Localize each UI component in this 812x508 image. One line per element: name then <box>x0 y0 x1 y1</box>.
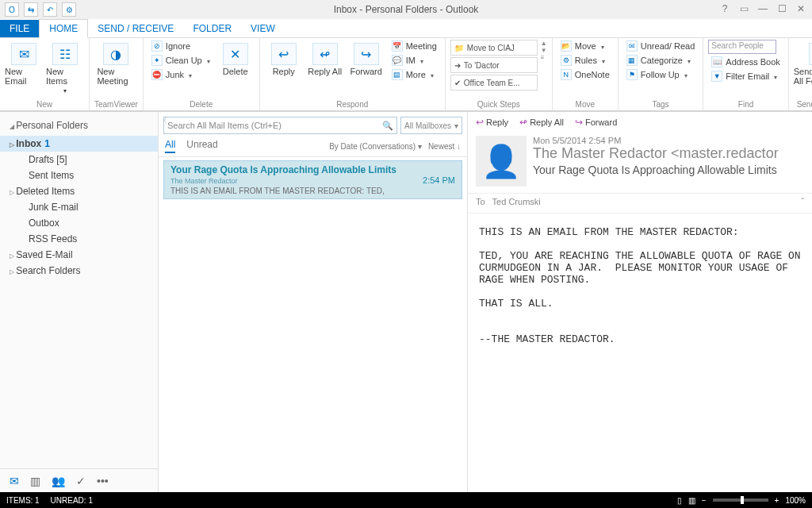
junk-button[interactable]: ⛔Junk <box>148 68 213 81</box>
qat-send-receive-icon[interactable]: ⇆ <box>24 2 38 17</box>
address-book-button[interactable]: 📖Address Book <box>708 56 783 68</box>
send-receive-all-button[interactable]: ⇆Send/Receive All Folders <box>794 40 812 86</box>
meeting-button[interactable]: 📅Meeting <box>389 40 440 52</box>
close-icon[interactable]: ✕ <box>793 2 809 16</box>
collapse-nav-icon[interactable]: 〈 <box>159 115 167 126</box>
quick-steps-up[interactable]: ▲ <box>541 40 547 47</box>
folder-junk[interactable]: Junk E-mail <box>0 199 158 215</box>
tab-home[interactable]: HOME <box>39 19 88 38</box>
qat-undo-icon[interactable]: ↶ <box>43 2 57 17</box>
nav-people-icon[interactable]: 👥 <box>52 475 65 487</box>
nav-tasks-icon[interactable]: ✓ <box>76 475 86 487</box>
new-email-icon: ✉ <box>11 43 36 65</box>
filter-all[interactable]: All <box>165 139 175 153</box>
cleanup-icon: ✦ <box>151 55 163 66</box>
window-title: Inbox - Personal Folders - Outlook <box>334 4 479 15</box>
forward-button[interactable]: ↪Forward <box>347 40 385 76</box>
folder-pane: 〈 Personal Folders Inbox1 Drafts [5] Sen… <box>0 112 159 492</box>
quick-steps-expand[interactable]: ≡ <box>541 54 547 61</box>
new-email-button[interactable]: ✉New Email <box>5 40 43 86</box>
arrow-icon: ➜ <box>454 61 461 70</box>
teamviewer-meeting-button[interactable]: ◑New Meeting <box>97 40 135 86</box>
group-tags-label: Tags <box>623 100 699 110</box>
ribbon-tabs: FILE HOME SEND / RECEIVE FOLDER VIEW <box>0 19 812 38</box>
folder-deleted[interactable]: Deleted Items <box>0 183 158 199</box>
filter-unread[interactable]: Unread <box>186 139 217 153</box>
nav-mail-icon[interactable]: ✉ <box>10 475 19 487</box>
search-scope-dropdown[interactable]: All Mailboxes▾ <box>400 117 462 134</box>
header-date: Mon 5/5/2014 2:54 PM <box>533 136 804 145</box>
zoom-value: 100% <box>785 496 806 505</box>
filter-email-button[interactable]: ▼Filter Email <box>708 70 783 83</box>
quick-step-3[interactable]: ✔Office Team E... <box>450 75 538 90</box>
folder-search[interactable]: Search Folders <box>0 263 158 279</box>
ignore-button[interactable]: ⊘Ignore <box>148 40 213 52</box>
rules-button[interactable]: ⚙Rules <box>557 54 613 67</box>
forward-icon: ↪ <box>354 43 379 65</box>
onenote-button[interactable]: NOneNote <box>557 68 613 81</box>
search-icon[interactable]: 🔍 <box>382 121 393 131</box>
folder-saved[interactable]: Saved E-Mail <box>0 247 158 263</box>
tab-view[interactable]: VIEW <box>241 20 285 37</box>
move-button[interactable]: 📂Move <box>557 40 613 52</box>
to-label: To <box>476 197 485 206</box>
categorize-button[interactable]: ▦Categorize <box>623 54 699 67</box>
quick-step-1[interactable]: 📁Move to CIAJ <box>450 40 538 56</box>
more-respond-button[interactable]: ▤More <box>389 68 440 81</box>
quick-access-toolbar: O ⇆ ↶ ⚙ <box>0 2 76 17</box>
main-area: 〈 Personal Folders Inbox1 Drafts [5] Sen… <box>0 111 812 492</box>
nav-switcher: ✉ ▥ 👥 ✓ ••• <box>0 468 158 492</box>
read-reply-button[interactable]: ↩Reply <box>476 117 508 128</box>
folder-drafts[interactable]: Drafts [5] <box>0 152 158 167</box>
followup-button[interactable]: ⚑Follow Up <box>623 68 699 81</box>
message-item[interactable]: Your Rage Quota Is Approaching Allowable… <box>163 160 462 199</box>
reply-button[interactable]: ↩Reply <box>265 40 303 76</box>
nav-root[interactable]: Personal Folders <box>0 112 158 136</box>
sort-order-toggle[interactable]: Newest ↓ <box>428 142 461 151</box>
tab-file[interactable]: FILE <box>0 20 39 37</box>
search-mail-input[interactable]: Search All Mail Items (Ctrl+E)🔍 <box>163 117 397 134</box>
title-bar: O ⇆ ↶ ⚙ Inbox - Personal Folders - Outlo… <box>0 0 812 19</box>
zoom-slider[interactable] <box>713 498 768 502</box>
nav-more-icon[interactable]: ••• <box>97 475 109 487</box>
zoom-in-button[interactable]: + <box>775 496 779 505</box>
tab-folder[interactable]: FOLDER <box>183 20 241 37</box>
quick-steps-down[interactable]: ▼ <box>541 47 547 54</box>
reply-all-button[interactable]: ↫Reply All <box>306 40 344 76</box>
sort-by-dropdown[interactable]: By Date (Conversations) ▾ <box>329 142 422 151</box>
zoom-out-button[interactable]: − <box>702 496 707 505</box>
message-preview: THIS IS AN EMAIL FROM THE MASTER REDACTO… <box>170 187 418 195</box>
minimize-icon[interactable]: — <box>755 2 771 16</box>
folder-sent[interactable]: Sent Items <box>0 167 158 183</box>
view-reading-icon[interactable]: ▥ <box>688 496 695 505</box>
message-subject: Your Rage Quota Is Approaching Allowable… <box>170 164 418 175</box>
sendreceive-icon: ⇆ <box>809 43 812 65</box>
header-from: The Master Redactor <master.redactor <box>533 145 804 162</box>
folder-rss[interactable]: RSS Feeds <box>0 231 158 247</box>
reply-all-icon-small: ↫ <box>519 117 527 128</box>
unread-read-button[interactable]: ✉Unread/ Read <box>623 40 699 52</box>
ribbon-display-icon[interactable]: ▭ <box>736 2 752 16</box>
sender-avatar: 👤 <box>476 136 527 187</box>
qat-customize-icon[interactable]: ⚙ <box>62 2 76 17</box>
header-collapse-icon[interactable]: ˆ <box>801 197 804 206</box>
folder-inbox[interactable]: Inbox1 <box>0 136 158 152</box>
group-new-label: New <box>5 100 84 110</box>
quick-step-2[interactable]: ➜To 'Dactor <box>450 57 538 73</box>
delete-button[interactable]: ✕Delete <box>216 40 255 76</box>
read-forward-button[interactable]: ↪Forward <box>575 117 617 128</box>
group-tv-label: TeamViewer <box>94 100 138 110</box>
im-icon: 💬 <box>392 55 403 66</box>
search-people-input[interactable]: Search People <box>708 40 776 54</box>
tab-send-receive[interactable]: SEND / RECEIVE <box>88 20 183 37</box>
folder-outbox[interactable]: Outbox <box>0 215 158 231</box>
new-items-button[interactable]: ☷New Items▾ <box>46 40 84 94</box>
cleanup-button[interactable]: ✦Clean Up <box>148 54 213 67</box>
maximize-icon[interactable]: ☐ <box>774 2 790 16</box>
help-icon[interactable]: ? <box>717 2 733 16</box>
im-button[interactable]: 💬IM <box>389 54 440 67</box>
nav-calendar-icon[interactable]: ▥ <box>30 475 40 487</box>
onenote-icon: N <box>561 69 572 80</box>
read-reply-all-button[interactable]: ↫Reply All <box>519 117 564 128</box>
view-normal-icon[interactable]: ▯ <box>677 496 682 505</box>
